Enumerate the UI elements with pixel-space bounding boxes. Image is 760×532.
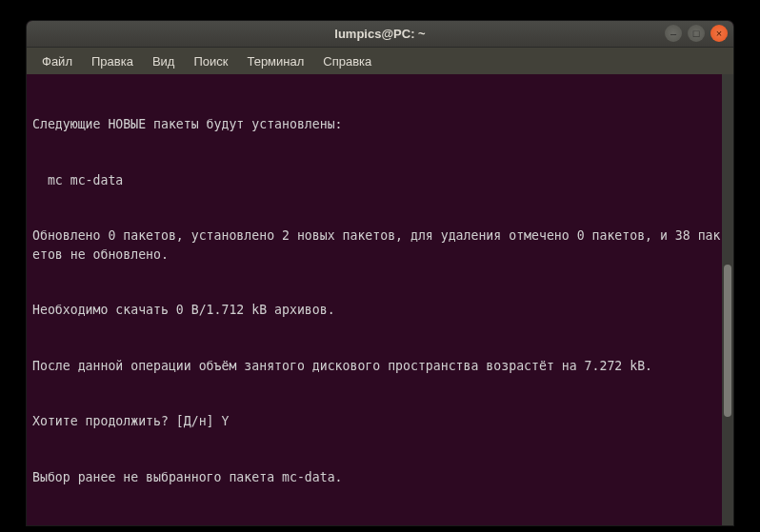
output-line: После данной операции объём занятого дис… [32,357,728,376]
menu-edit[interactable]: Правка [84,50,141,72]
close-button[interactable]: × [710,25,728,42]
output-line: Хотите продолжить? [Д/н] Y [32,412,728,431]
output-line: Необходимо скачать 0 B/1.712 kB архивов. [32,301,728,320]
terminal-output[interactable]: Следующие НОВЫЕ пакеты будут установлены… [27,74,733,525]
menu-search[interactable]: Поиск [186,50,235,72]
output-line: (Чтение базы данных … на данный момент у… [32,523,728,525]
terminal-window: lumpics@PC: ~ – □ × Файл Правка Вид Поис… [27,21,733,525]
menu-view[interactable]: Вид [145,50,183,72]
scrollbar[interactable] [722,74,733,525]
output-line: Следующие НОВЫЕ пакеты будут установлены… [32,115,728,134]
menubar: Файл Правка Вид Поиск Терминал Справка [27,48,733,74]
maximize-button[interactable]: □ [688,25,705,42]
minimize-button[interactable]: – [665,25,682,42]
window-controls: – □ × [665,25,728,42]
titlebar: lumpics@PC: ~ – □ × [27,21,733,48]
menu-help[interactable]: Справка [315,50,379,72]
output-line: Выбор ранее не выбранного пакета mc-data… [32,468,728,487]
output-line: mc mc-data [32,171,728,190]
menu-terminal[interactable]: Терминал [239,50,311,72]
menu-file[interactable]: Файл [34,50,80,72]
scrollbar-thumb[interactable] [724,265,731,417]
window-title: lumpics@PC: ~ [27,27,733,41]
output-line: Обновлено 0 пакетов, установлено 2 новых… [32,227,728,264]
